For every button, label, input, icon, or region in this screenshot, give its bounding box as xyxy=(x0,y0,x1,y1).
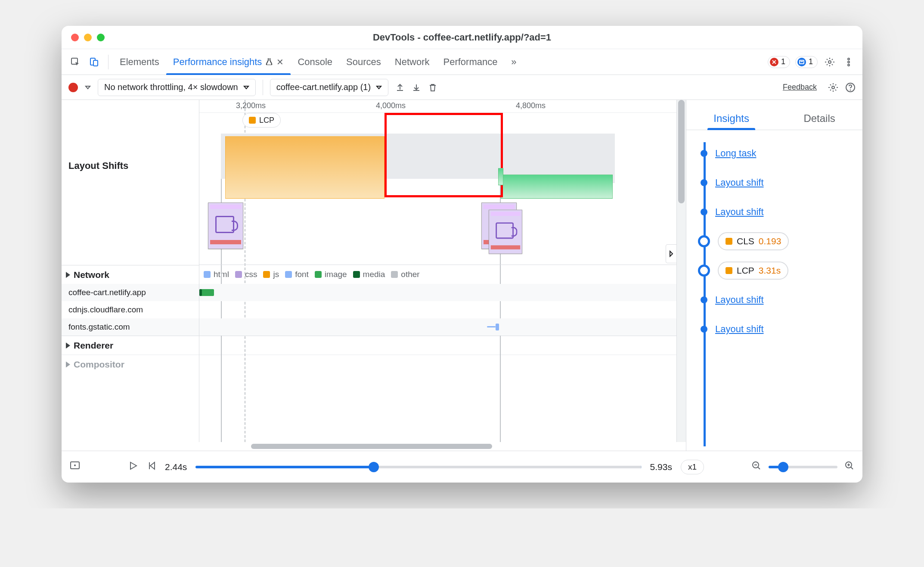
svg-point-8 xyxy=(832,86,834,89)
delete-icon[interactable] xyxy=(428,83,437,92)
zoom-in-icon[interactable] xyxy=(844,461,855,473)
svg-point-7 xyxy=(848,64,850,66)
play-button[interactable] xyxy=(128,461,138,473)
close-window-button[interactable] xyxy=(71,34,79,41)
highlight-region xyxy=(384,113,503,197)
insight-lcp[interactable]: LCP 3.31s xyxy=(694,256,854,285)
inspect-element-icon[interactable] xyxy=(68,54,83,70)
tab-elements[interactable]: Elements xyxy=(113,49,166,75)
close-tab-icon[interactable]: ✕ xyxy=(276,57,284,67)
network-section-header[interactable]: Network xyxy=(62,265,199,284)
import-icon[interactable] xyxy=(412,83,421,92)
network-row-canvas[interactable] xyxy=(199,318,676,336)
svg-point-6 xyxy=(848,61,850,63)
device-toolbar-icon[interactable] xyxy=(87,54,102,70)
tab-performance[interactable]: Performance xyxy=(437,49,505,75)
network-host-row[interactable]: cdnjs.cloudflare.com xyxy=(62,301,199,318)
network-row-canvas[interactable] xyxy=(199,301,676,318)
screenshot-thumb[interactable] xyxy=(489,210,522,254)
issues-badge[interactable]: 1 xyxy=(795,56,818,68)
svg-point-5 xyxy=(848,58,850,60)
help-icon[interactable] xyxy=(845,82,856,93)
minimize-window-button[interactable] xyxy=(84,34,92,41)
insights-toolbar: No network throttling, 4× slowdown coffe… xyxy=(62,75,862,100)
flask-icon xyxy=(265,56,273,68)
zoom-out-icon[interactable] xyxy=(751,461,762,473)
export-icon[interactable] xyxy=(395,83,405,92)
network-host-row[interactable]: fonts.gstatic.com xyxy=(62,318,199,336)
compositor-section-header[interactable]: Compositor xyxy=(62,355,199,374)
time-start-label: 2.44s xyxy=(165,462,187,472)
record-menu-chevron-icon[interactable] xyxy=(85,84,91,90)
recording-select[interactable]: coffee-cart.netlify.app (1) xyxy=(270,79,388,96)
maximize-window-button[interactable] xyxy=(97,34,105,41)
tab-details[interactable]: Details xyxy=(800,112,838,130)
record-button[interactable] xyxy=(68,83,78,92)
time-end-label: 5.93s xyxy=(650,462,672,472)
error-badge[interactable]: ✕ 1 xyxy=(768,56,790,68)
screenshot-thumb[interactable] xyxy=(208,202,243,249)
insight-item[interactable]: Layout shift xyxy=(694,168,854,197)
expand-icon xyxy=(66,343,70,349)
layout-shifts-lane[interactable] xyxy=(199,134,676,265)
expand-icon xyxy=(66,272,70,278)
layout-shifts-label: Layout Shifts xyxy=(62,160,199,171)
insight-item[interactable]: Long task xyxy=(694,139,854,168)
horizontal-scrollbar[interactable] xyxy=(62,442,686,451)
tab-network[interactable]: Network xyxy=(388,49,437,75)
network-row-canvas[interactable] xyxy=(199,284,676,301)
track-labels-column: Network coffee-cart.netlify.app cdnjs.cl… xyxy=(62,100,199,442)
tab-insights[interactable]: Insights xyxy=(710,112,753,130)
window-titlebar: DevTools - coffee-cart.netlify.app/?ad=1 xyxy=(62,26,862,49)
svg-point-12 xyxy=(74,464,76,466)
sidebar-toggle-button[interactable] xyxy=(666,244,676,263)
timeline-rail xyxy=(704,142,706,446)
kebab-menu-icon[interactable] xyxy=(841,54,856,70)
vertical-scrollbar[interactable] xyxy=(676,100,686,442)
time-ruler: 3,200ms 4,000ms 4,800ms xyxy=(199,100,676,113)
recording-value: coffee-cart.netlify.app (1) xyxy=(276,82,371,92)
lcp-marker-pill[interactable]: LCP xyxy=(242,113,281,128)
insight-cls[interactable]: CLS 0.193 xyxy=(694,227,854,256)
panel-settings-icon[interactable] xyxy=(828,82,838,93)
error-count: 1 xyxy=(781,57,785,66)
svg-point-10 xyxy=(850,90,851,90)
window-title: DevTools - coffee-cart.netlify.app/?ad=1 xyxy=(62,32,862,43)
issues-count: 1 xyxy=(809,57,813,66)
issues-icon xyxy=(797,58,806,66)
svg-point-4 xyxy=(828,61,831,63)
more-tabs-icon[interactable]: » xyxy=(506,54,521,70)
insight-item[interactable]: Layout shift xyxy=(694,315,854,344)
network-host-row[interactable]: coffee-cart.netlify.app xyxy=(62,284,199,301)
settings-icon[interactable] xyxy=(822,54,837,70)
svg-rect-2 xyxy=(93,60,98,66)
insights-tabs: Insights Details xyxy=(686,100,862,130)
insights-list[interactable]: Long task Layout shift Layout shift CLS … xyxy=(686,130,862,451)
zoom-slider[interactable] xyxy=(769,466,837,468)
panel-tabstrip: Elements Performance insights ✕ Console … xyxy=(62,49,862,75)
throttling-value: No network throttling, 4× slowdown xyxy=(104,82,238,92)
screenshots-toggle-icon[interactable] xyxy=(69,460,81,474)
throttling-select[interactable]: No network throttling, 4× slowdown xyxy=(98,79,256,96)
tab-performance-insights[interactable]: Performance insights ✕ xyxy=(166,49,291,75)
network-legend: html css js font image media other xyxy=(199,265,676,284)
playback-speed[interactable]: x1 xyxy=(681,460,704,474)
renderer-section-header[interactable]: Renderer xyxy=(62,336,199,355)
insight-item[interactable]: Layout shift xyxy=(694,285,854,315)
feedback-link[interactable]: Feedback xyxy=(783,83,817,92)
error-icon: ✕ xyxy=(770,58,778,66)
timeline-canvas[interactable]: 3,200ms 4,000ms 4,800ms LCP xyxy=(199,100,676,442)
insight-item[interactable]: Layout shift xyxy=(694,197,854,227)
tab-console[interactable]: Console xyxy=(291,49,339,75)
tab-sources[interactable]: Sources xyxy=(339,49,388,75)
time-range-slider[interactable]: 2.44s 5.93s xyxy=(165,462,672,472)
playback-footer: 2.44s 5.93s x1 xyxy=(62,451,862,483)
expand-icon xyxy=(66,361,70,368)
skip-to-start-button[interactable] xyxy=(147,461,156,473)
